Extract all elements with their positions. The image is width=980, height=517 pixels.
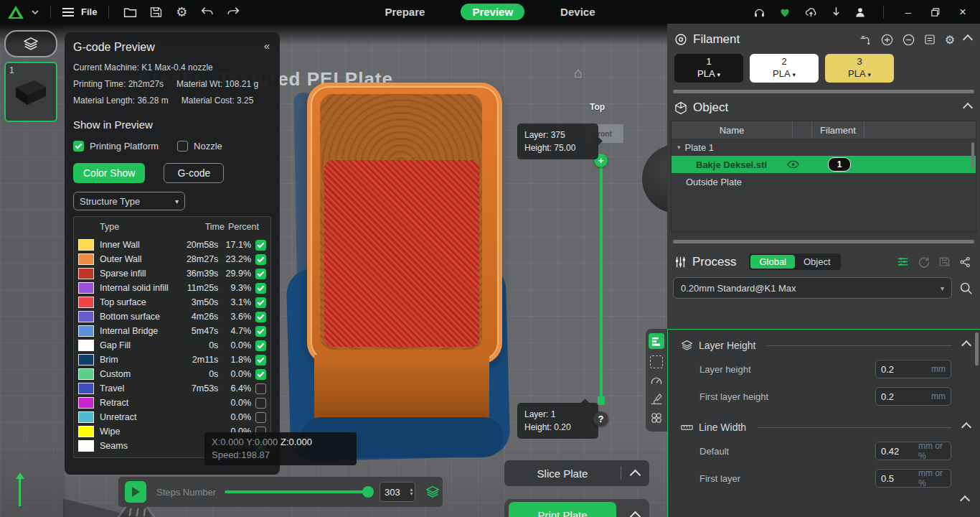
slice-plate-button[interactable]: Slice Plate — [504, 467, 621, 480]
visibility-eye-icon[interactable] — [787, 160, 799, 169]
steps-slider[interactable] — [225, 490, 368, 493]
tab-support-icon[interactable] — [650, 393, 663, 405]
settings-scrollbar[interactable] — [975, 332, 979, 365]
row-visibility-checkbox[interactable] — [255, 383, 266, 394]
app-logo-icon[interactable] — [7, 5, 24, 19]
collapse-filament-icon[interactable] — [963, 34, 973, 45]
row-visibility-checkbox[interactable] — [255, 369, 266, 380]
row-visibility-checkbox[interactable] — [255, 398, 266, 409]
tab-device[interactable]: Device — [549, 4, 606, 20]
maximize-button[interactable] — [928, 8, 943, 17]
tab-strength-icon[interactable] — [650, 355, 663, 368]
open-folder-icon[interactable] — [121, 3, 139, 22]
cloud-upload-icon[interactable] — [804, 6, 818, 18]
toggle-global[interactable]: Global — [750, 255, 795, 269]
reset-icon[interactable] — [918, 256, 930, 268]
download-icon[interactable] — [831, 6, 842, 18]
tab-prepare[interactable]: Prepare — [374, 4, 437, 20]
filament-number-badge[interactable]: 1 — [828, 157, 851, 172]
row-visibility-checkbox[interactable] — [255, 269, 266, 279]
file-menu[interactable]: File — [81, 6, 97, 17]
toggle-object[interactable]: Object — [795, 255, 839, 269]
collapse-object-icon[interactable] — [963, 103, 973, 113]
plate-group-row[interactable]: ▾ Plate 1 — [672, 139, 976, 156]
column-visibility[interactable] — [793, 121, 812, 139]
filament-chip-1[interactable]: 1 PLA ▾ — [674, 54, 743, 83]
print-options-chevron-icon[interactable] — [630, 511, 641, 517]
play-button[interactable] — [125, 481, 146, 503]
structure-type-dropdown[interactable]: Structure Type ▾ — [73, 192, 185, 210]
row-visibility-checkbox[interactable] — [255, 240, 266, 251]
logo-dropdown-icon[interactable] — [32, 10, 39, 14]
help-icon[interactable]: ? — [593, 411, 608, 427]
view-cube-top-label[interactable]: Top — [590, 102, 605, 112]
color-swatch — [78, 311, 94, 322]
menu-icon[interactable] — [62, 8, 74, 17]
process-preset-dropdown[interactable]: 0.20mm Standard@K1 Max ▾ — [673, 277, 952, 299]
add-filament-icon[interactable] — [881, 34, 893, 46]
search-icon[interactable] — [959, 281, 973, 295]
column-name[interactable]: Name — [672, 121, 793, 139]
object-row-selected[interactable]: Bakje Deksel.stl 1 — [672, 156, 976, 173]
current-machine: Current Machine: K1 Max-0.4 nozzle — [73, 62, 213, 73]
outside-plate-row[interactable]: Outside Plate — [672, 173, 976, 190]
row-visibility-checkbox[interactable] — [255, 297, 266, 308]
steps-spinner[interactable]: ▲▼ — [409, 488, 414, 496]
layer-slider-bottom-handle[interactable] — [598, 396, 605, 405]
expand-caret-icon[interactable]: ▾ — [677, 144, 681, 151]
row-visibility-checkbox[interactable] — [255, 254, 266, 265]
support-headset-icon[interactable] — [753, 6, 765, 18]
tab-quality-active[interactable] — [649, 333, 664, 349]
collapse-section-icon[interactable] — [961, 422, 971, 432]
filament-chip-2[interactable]: 2 PLA ▾ — [750, 54, 819, 83]
save-icon[interactable] — [146, 3, 165, 22]
filament-settings-gear-icon[interactable]: ⚙ — [945, 33, 955, 47]
redo-icon[interactable] — [224, 3, 242, 22]
nozzle-checkbox[interactable] — [177, 141, 188, 152]
steps-slider-handle[interactable] — [362, 486, 374, 498]
layer-slider-track[interactable] — [600, 160, 603, 402]
slice-options-chevron-icon[interactable] — [630, 469, 641, 480]
creality-cloud-heart-icon[interactable] — [778, 6, 791, 18]
row-visibility-checkbox[interactable] — [255, 283, 266, 294]
tab-others-clover-icon[interactable] — [650, 411, 663, 424]
first-layer-height-input[interactable] — [876, 391, 918, 403]
extrude-faucet-icon[interactable] — [859, 34, 872, 45]
remove-filament-icon[interactable] — [903, 34, 915, 46]
row-visibility-checkbox[interactable] — [255, 355, 266, 365]
chevron-down-icon: ▾ — [175, 197, 179, 205]
parameter-table-icon[interactable] — [897, 256, 909, 267]
print-plate-button[interactable]: Print Plate — [509, 502, 616, 517]
plate-thumbnail[interactable]: 1 — [4, 62, 57, 122]
object-scrollbar[interactable] — [971, 142, 974, 168]
filament-list-icon[interactable] — [924, 34, 936, 45]
minimize-button[interactable]: – — [901, 6, 915, 18]
filament-chip-3[interactable]: 3 PLA ▾ — [825, 54, 894, 83]
color-show-button[interactable]: Color Show — [73, 163, 145, 183]
export-share-icon[interactable] — [959, 256, 971, 268]
layer-height-input[interactable] — [876, 363, 918, 376]
tab-speed-gauge-icon[interactable] — [650, 375, 663, 386]
collapse-panel-icon[interactable]: « — [264, 39, 270, 52]
layers-steps-icon[interactable] — [425, 485, 440, 498]
object-table: Name Filament ▾ Plate 1 Bakje Deksel.stl… — [671, 121, 976, 233]
layers-panel-toggle[interactable] — [4, 30, 57, 57]
save-preset-icon[interactable] — [939, 256, 950, 267]
printing-platform-checkbox[interactable] — [73, 141, 84, 152]
row-visibility-checkbox[interactable] — [255, 312, 266, 322]
undo-icon[interactable] — [198, 3, 217, 22]
collapse-section-icon[interactable] — [961, 340, 971, 350]
tab-preview[interactable]: Preview — [461, 4, 524, 20]
user-account-icon[interactable] — [854, 6, 866, 18]
line-width-default-input[interactable] — [876, 445, 918, 457]
line-width-first-layer-input[interactable] — [876, 472, 918, 485]
gcode-view-button[interactable]: G-code — [164, 163, 224, 183]
close-button[interactable]: × — [956, 5, 970, 19]
color-swatch — [78, 253, 94, 265]
row-visibility-checkbox[interactable] — [255, 412, 266, 423]
row-visibility-checkbox[interactable] — [255, 340, 266, 351]
steps-number-input[interactable] — [380, 486, 409, 498]
settings-gear-icon[interactable]: ⚙ — [172, 3, 191, 22]
row-visibility-checkbox[interactable] — [255, 326, 266, 337]
column-filament[interactable]: Filament — [812, 121, 864, 139]
